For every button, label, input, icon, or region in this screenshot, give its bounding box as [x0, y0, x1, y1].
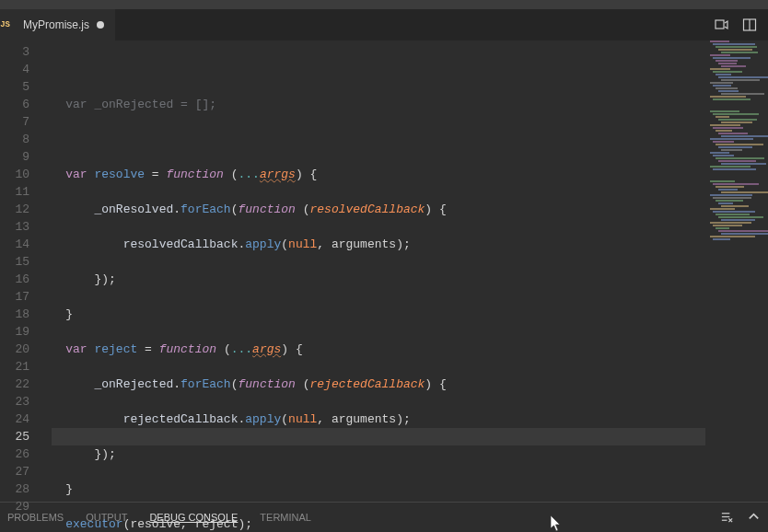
svg-rect-0	[716, 20, 724, 29]
tab-mypromise[interactable]: MyPromise.js	[12, 9, 115, 40]
js-badge-icon: JS	[0, 20, 12, 29]
line-gutter: 3456789101112131415161718192021222324252…	[0, 40, 37, 502]
dirty-indicator-icon	[97, 21, 104, 29]
editor-area[interactable]: 3456789101112131415161718192021222324252…	[0, 40, 768, 502]
view-changes-icon[interactable]	[713, 16, 731, 34]
editor-actions	[713, 16, 768, 34]
prev-tab-edge[interactable]: JS	[0, 9, 12, 40]
tab-filename: MyPromise.js	[23, 18, 89, 31]
tab-bar: JS MyPromise.js	[0, 9, 768, 40]
code-content[interactable]: var _onRejected = []; var resolve = func…	[37, 40, 768, 502]
split-editor-icon[interactable]	[740, 16, 759, 34]
title-bar-spacer	[0, 0, 768, 9]
